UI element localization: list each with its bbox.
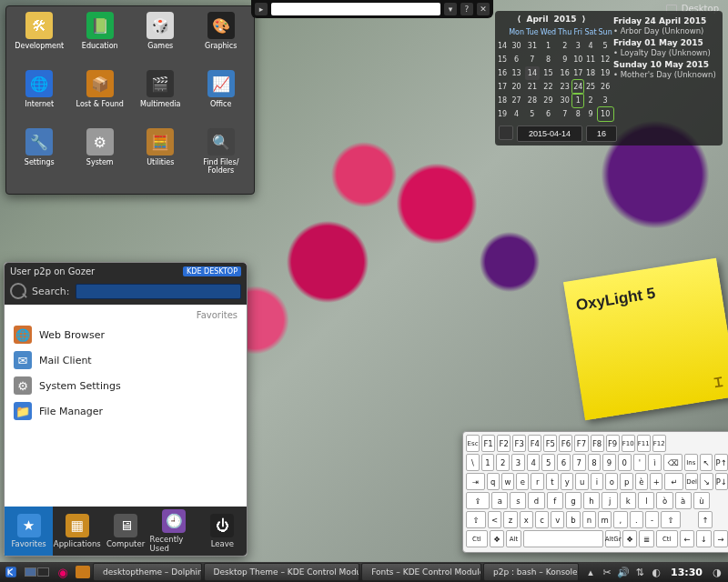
key-≣[interactable]: ≣ [639,530,653,547]
cal-goto-icon[interactable] [499,125,513,140]
key-F1[interactable]: F1 [481,435,495,452]
cal-day[interactable]: 9 [583,107,597,121]
key-Ctl[interactable]: Ctl [466,530,488,547]
key-space[interactable] [523,530,604,547]
key-F3[interactable]: F3 [512,435,526,452]
close-button[interactable]: ✕ [477,3,490,15]
key-⇧[interactable]: ⇧ [661,511,681,528]
volume-icon[interactable]: 🔊 [618,567,629,577]
favorite-mail-client[interactable]: ✉Mail Client [5,347,247,373]
cal-next-icon[interactable]: ⟩ [582,15,586,24]
cal-day[interactable]: 1 [572,94,583,107]
key-à[interactable]: à [675,492,692,509]
cal-date-input[interactable] [517,125,582,142]
key-n[interactable]: n [582,511,596,528]
key-0[interactable]: 0 [618,454,632,471]
kmenu-button[interactable] [2,564,20,580]
key-↑[interactable]: ↑ [698,511,712,528]
app-internet[interactable]: 🌐Internet [10,70,69,126]
key-u[interactable]: u [575,473,588,490]
cal-day[interactable]: 1 [540,39,557,53]
key-↓[interactable]: ↓ [696,530,711,547]
key-2[interactable]: 2 [496,454,510,471]
runner-menu-icon[interactable]: ▸ [255,3,268,15]
cal-week-input[interactable] [586,125,617,142]
key-l[interactable]: l [638,492,654,509]
key-F11[interactable]: F11 [637,435,651,452]
cal-day[interactable]: 28 [525,94,540,107]
notification-icon[interactable]: ◐ [651,567,662,577]
key-+[interactable]: + [650,473,662,490]
cal-day[interactable]: 2 [557,39,572,53]
cal-day[interactable]: 7 [525,53,540,66]
key-3[interactable]: 3 [511,454,525,471]
key-z[interactable]: z [503,511,517,528]
key-⇥[interactable]: ⇥ [466,473,485,490]
cal-day[interactable]: 2 [583,94,597,107]
key-7[interactable]: 7 [572,454,586,471]
key-⇪[interactable]: ⇪ [466,492,490,509]
key-Ins[interactable]: Ins [684,454,698,471]
cal-day[interactable]: 17 [572,66,583,80]
cal-day[interactable]: 8 [540,53,557,66]
key-h[interactable]: h [583,492,600,509]
cal-day[interactable]: 7 [557,107,572,121]
app-education[interactable]: 📗Education [71,12,130,68]
krunner-input[interactable] [271,3,440,15]
tab-favorites[interactable]: ★Favorites [5,507,53,556]
key-→[interactable]: → [713,530,728,547]
cal-day[interactable]: 11 [583,53,597,66]
key-F4[interactable]: F4 [528,435,541,452]
key-↵[interactable]: ↵ [664,473,683,490]
tab-computer[interactable]: 🖥Computer [101,507,149,556]
key-b[interactable]: b [566,511,580,528]
cal-day[interactable]: 21 [525,80,540,94]
task-desktoptheme-dolphin[interactable]: desktoptheme – Dolphin [93,563,202,581]
key-←[interactable]: ← [680,530,694,547]
key-j[interactable]: j [602,492,618,509]
cal-day[interactable]: 6 [540,107,557,121]
app-lost-found[interactable]: 📦Lost & Found [71,70,130,126]
key-F6[interactable]: F6 [559,435,572,452]
cal-day[interactable]: 9 [557,53,572,66]
key-'[interactable]: ' [633,454,647,471]
cal-day[interactable]: 16 [557,66,572,80]
tray-expand-icon[interactable]: ▴ [585,567,596,577]
key-k[interactable]: k [620,492,636,509]
key--[interactable]: - [645,511,659,528]
key-y[interactable]: y [561,473,573,490]
kickoff-search-input[interactable] [76,284,242,299]
cal-day[interactable]: 6 [508,53,525,66]
cal-day[interactable]: 10 [572,53,583,66]
key-F8[interactable]: F8 [591,435,604,452]
key-ì[interactable]: ì [648,454,662,471]
key-ò[interactable]: ò [656,492,672,509]
key-F9[interactable]: F9 [606,435,620,452]
cal-day[interactable]: 24 [572,80,583,94]
key-F12[interactable]: F12 [652,435,666,452]
key-f[interactable]: f [547,492,563,509]
key-r[interactable]: r [531,473,543,490]
cal-day[interactable]: 5 [525,107,540,121]
key-p[interactable]: p [620,473,632,490]
key-m[interactable]: m [598,511,612,528]
app-utilities[interactable]: 🧮Utilities [131,128,190,185]
cal-day[interactable]: 22 [540,80,557,94]
key-t[interactable]: t [546,473,559,490]
key-1[interactable]: 1 [481,454,495,471]
key-v[interactable]: v [551,511,564,528]
key-Ctl[interactable]: Ctl [656,530,678,547]
app-multimedia[interactable]: 🎬Multimedia [131,70,190,126]
cal-day[interactable]: 4 [583,39,597,53]
key-.[interactable]: . [630,511,643,528]
cal-day[interactable]: 20 [508,80,525,94]
pager-desktop-1[interactable] [25,567,36,577]
key-⌫[interactable]: ⌫ [663,454,682,471]
cal-day[interactable]: 8 [572,107,583,121]
cal-prev-icon[interactable]: ⟨ [517,15,521,24]
key-Del[interactable]: Del [685,473,698,490]
cal-day[interactable]: 18 [583,66,597,80]
app-graphics[interactable]: 🎨Graphics [192,12,251,68]
key-d[interactable]: d [528,492,544,509]
app-find-files-folders[interactable]: 🔍Find Files/Folders [192,128,251,185]
